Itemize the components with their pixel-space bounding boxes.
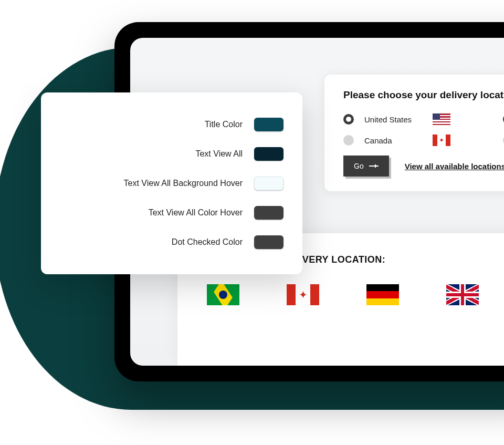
arrow-right-icon <box>369 165 379 167</box>
delivery-card: Please choose your delivery location Uni… <box>324 75 504 191</box>
setting-label: Text View All Color Hover <box>149 208 243 218</box>
flag-option-br[interactable] <box>207 284 239 305</box>
color-swatch-text-view-all[interactable] <box>254 147 284 161</box>
flag-br-icon <box>207 284 239 305</box>
country-label: United States <box>364 115 422 124</box>
color-swatch-dot-checked[interactable] <box>254 235 284 249</box>
flag-de-icon <box>366 284 399 305</box>
color-settings-panel: Title Color Text View All Text View All … <box>41 92 302 274</box>
go-button[interactable]: Go <box>343 156 389 177</box>
country-radio-ca[interactable] <box>343 135 354 146</box>
setting-row: Title Color <box>60 118 284 131</box>
flag-ca-icon: ✦ <box>433 134 452 146</box>
flag-ca-icon: ✦ <box>287 284 319 305</box>
flag-gb-icon <box>446 284 479 305</box>
country-label: Canada <box>364 136 422 145</box>
flag-option-gb[interactable] <box>446 284 479 305</box>
location-row: Canada ✦ USD <box>343 134 504 146</box>
go-button-label: Go <box>354 162 364 170</box>
setting-label: Title Color <box>205 120 243 129</box>
color-swatch-bg-hover[interactable] <box>254 177 284 190</box>
setting-label: Text View All <box>195 149 243 159</box>
color-swatch-color-hover[interactable] <box>254 206 284 220</box>
flag-option-de[interactable] <box>366 284 399 305</box>
setting-row: Text View All Background Hover <box>60 177 284 190</box>
setting-label: Dot Checked Color <box>172 237 243 247</box>
color-swatch-title[interactable] <box>254 118 284 131</box>
location-row: United States USD <box>343 113 504 125</box>
delivery-title: Please choose your delivery location <box>343 89 504 101</box>
flag-us-icon <box>433 113 452 125</box>
flags-row: ✦ <box>207 284 504 305</box>
delivery-actions: Go View all available locations <box>343 156 504 177</box>
view-all-link[interactable]: View all available locations <box>405 162 504 171</box>
setting-row: Text View All <box>60 147 284 161</box>
setting-label: Text View All Background Hover <box>124 179 243 188</box>
setting-row: Dot Checked Color <box>60 235 284 249</box>
flag-option-ca[interactable]: ✦ <box>287 284 319 305</box>
setting-row: Text View All Color Hover <box>60 206 284 220</box>
country-radio-us[interactable] <box>343 114 354 125</box>
